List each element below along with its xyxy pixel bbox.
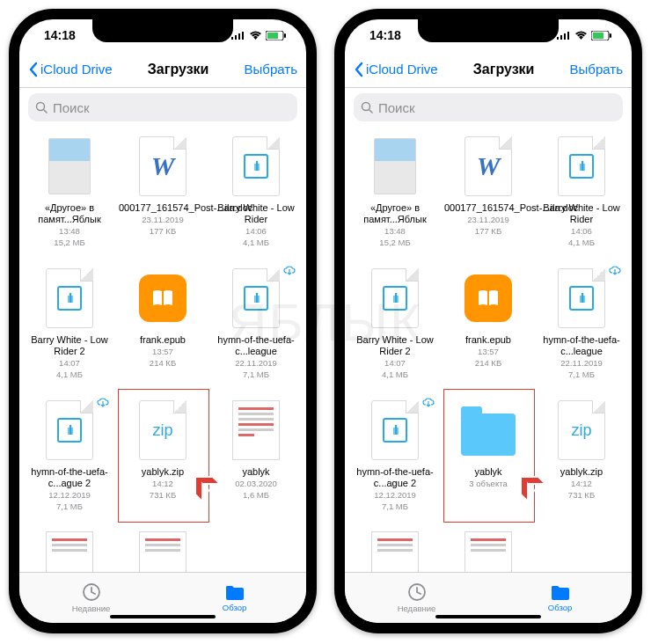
svg-line-18 bbox=[369, 110, 372, 113]
file-item[interactable]: ıllı Barry White - Low Rider 14:064,1 МБ bbox=[209, 132, 303, 264]
audio-icon: ıllı bbox=[569, 286, 594, 311]
file-item[interactable]: «Другое» в памят...Яблык 13:4815,2 МБ bbox=[23, 132, 116, 264]
phone-right: 14:18 iCloud Drive Загрузки Выбрать Поис… bbox=[334, 9, 642, 633]
audio-icon: ıllı bbox=[244, 154, 268, 179]
word-doc-icon: W bbox=[477, 151, 501, 181]
file-item[interactable]: frank.epub 13:57214 КБ bbox=[116, 264, 209, 396]
svg-rect-2 bbox=[238, 33, 240, 40]
svg-rect-1 bbox=[235, 35, 237, 40]
file-name: «Другое» в памят...Яблык bbox=[351, 202, 439, 225]
back-button[interactable]: iCloud Drive bbox=[28, 62, 113, 77]
pdf-thumb-icon bbox=[464, 531, 512, 572]
svg-rect-16 bbox=[610, 33, 611, 38]
file-name: yablyk bbox=[242, 466, 269, 478]
wifi-icon bbox=[249, 31, 262, 40]
file-name: 000177_161574_Post-...ila.doc bbox=[444, 202, 532, 214]
file-name: hymn-of-the-uefa-c...league bbox=[538, 334, 625, 357]
signal-icon bbox=[557, 31, 571, 40]
zip-icon: zip bbox=[571, 421, 591, 440]
clock-icon bbox=[82, 582, 101, 602]
file-item[interactable]: W 000177_161574_Post-...ila.doc 23.11.20… bbox=[442, 132, 535, 264]
svg-rect-0 bbox=[231, 37, 233, 40]
audio-icon: ıllı bbox=[57, 286, 82, 311]
select-button[interactable]: Выбрать bbox=[570, 62, 623, 77]
audio-icon: ıllı bbox=[383, 286, 407, 311]
file-item[interactable]: ıllı Barry White - Low Rider 14:064,1 МБ bbox=[535, 132, 628, 264]
svg-rect-13 bbox=[567, 32, 569, 40]
audio-icon: ıllı bbox=[569, 154, 594, 179]
file-item[interactable]: ıllı hymn-of-the-uefa-c...ague 2 12.12.2… bbox=[23, 396, 116, 528]
tab-label: Недавние bbox=[398, 604, 436, 613]
back-button[interactable]: iCloud Drive bbox=[354, 62, 438, 77]
pdf-thumb-icon bbox=[232, 400, 280, 460]
file-name: yablyk.zip bbox=[142, 466, 184, 478]
folder-item[interactable]: yablyk 3 объекта bbox=[442, 396, 535, 528]
wifi-icon bbox=[574, 31, 588, 40]
file-name: 000177_161574_Post-...ila.doc bbox=[119, 202, 207, 214]
file-name: Barry White - Low Rider 2 bbox=[351, 334, 439, 357]
svg-point-7 bbox=[37, 103, 45, 111]
word-doc-icon: W bbox=[151, 151, 175, 181]
file-item[interactable]: zip yablyk.zip 14:12731 КБ bbox=[116, 396, 209, 528]
status-time: 14:18 bbox=[44, 28, 76, 42]
file-item[interactable]: ıllı hymn-of-the-uefa-c...ague 2 12.12.2… bbox=[348, 396, 442, 528]
file-name: hymn-of-the-uefa-c...ague 2 bbox=[26, 466, 113, 489]
search-icon bbox=[35, 101, 48, 113]
search-placeholder: Поиск bbox=[378, 100, 415, 115]
file-item[interactable]: frank.epub 13:57214 КБ bbox=[442, 264, 535, 396]
svg-rect-3 bbox=[242, 32, 244, 40]
file-item[interactable] bbox=[442, 528, 535, 572]
back-label: iCloud Drive bbox=[366, 62, 438, 77]
file-item[interactable] bbox=[23, 528, 116, 572]
file-item[interactable]: ıllı Barry White - Low Rider 2 14:074,1 … bbox=[348, 264, 442, 396]
nav-bar: iCloud Drive Загрузки Выбрать bbox=[345, 51, 632, 88]
chevron-left-icon bbox=[28, 62, 39, 77]
file-item[interactable]: «Другое» в памят...Яблык 13:4815,2 МБ bbox=[348, 132, 442, 264]
image-thumb-icon bbox=[48, 138, 91, 194]
file-name: frank.epub bbox=[465, 334, 511, 346]
search-field[interactable]: Поиск bbox=[354, 93, 623, 121]
file-item[interactable]: zip yablyk.zip 14:12731 КБ bbox=[535, 396, 628, 528]
file-item[interactable]: ıllı Barry White - Low Rider 2 14:074,1 … bbox=[23, 264, 116, 396]
pdf-thumb-icon bbox=[139, 531, 187, 572]
notch bbox=[418, 19, 559, 42]
file-item[interactable] bbox=[116, 528, 209, 572]
svg-rect-15 bbox=[593, 33, 603, 39]
home-indicator[interactable] bbox=[435, 615, 541, 618]
search-icon bbox=[361, 101, 373, 113]
notch bbox=[92, 19, 233, 42]
file-name: yablyk bbox=[474, 466, 501, 478]
file-item[interactable] bbox=[348, 528, 442, 572]
svg-rect-10 bbox=[557, 37, 559, 40]
file-grid: «Другое» в памят...Яблык 13:4815,2 МБ W … bbox=[19, 127, 306, 572]
zip-icon: zip bbox=[152, 421, 172, 440]
svg-rect-12 bbox=[564, 33, 566, 40]
file-item[interactable]: yablyk 02.03.20201,6 МБ bbox=[209, 396, 303, 528]
tab-label: Недавние bbox=[72, 604, 111, 613]
file-item[interactable]: ıllı hymn-of-the-uefa-c...league 22.11.2… bbox=[209, 264, 303, 396]
file-name: Barry White - Low Rider 2 bbox=[26, 334, 113, 357]
select-button[interactable]: Выбрать bbox=[245, 62, 297, 77]
file-grid: «Другое» в памят...Яблык 13:4815,2 МБ W … bbox=[345, 127, 632, 572]
file-name: yablyk.zip bbox=[560, 466, 603, 478]
search-placeholder: Поиск bbox=[53, 100, 90, 115]
audio-icon: ıllı bbox=[244, 286, 268, 311]
svg-line-8 bbox=[44, 110, 47, 113]
epub-icon bbox=[139, 274, 187, 322]
file-item[interactable]: W 000177_161574_Post-...ila.doc 23.11.20… bbox=[116, 132, 209, 264]
nav-bar: iCloud Drive Загрузки Выбрать bbox=[19, 51, 306, 88]
file-name: frank.epub bbox=[140, 334, 186, 346]
file-item[interactable]: ıllı hymn-of-the-uefa-c...league 22.11.2… bbox=[535, 264, 628, 396]
search-field[interactable]: Поиск bbox=[28, 93, 297, 121]
page-title: Загрузки bbox=[473, 62, 535, 77]
chevron-left-icon bbox=[354, 62, 364, 77]
back-label: iCloud Drive bbox=[40, 62, 113, 77]
home-indicator[interactable] bbox=[110, 615, 216, 618]
page-title: Загрузки bbox=[148, 62, 209, 77]
pdf-thumb-icon bbox=[46, 531, 93, 572]
svg-rect-5 bbox=[267, 33, 278, 39]
file-name: Barry White - Low Rider bbox=[212, 202, 300, 225]
file-name: hymn-of-the-uefa-c...league bbox=[212, 334, 300, 357]
file-name: hymn-of-the-uefa-c...ague 2 bbox=[351, 466, 439, 489]
svg-rect-11 bbox=[560, 35, 562, 40]
